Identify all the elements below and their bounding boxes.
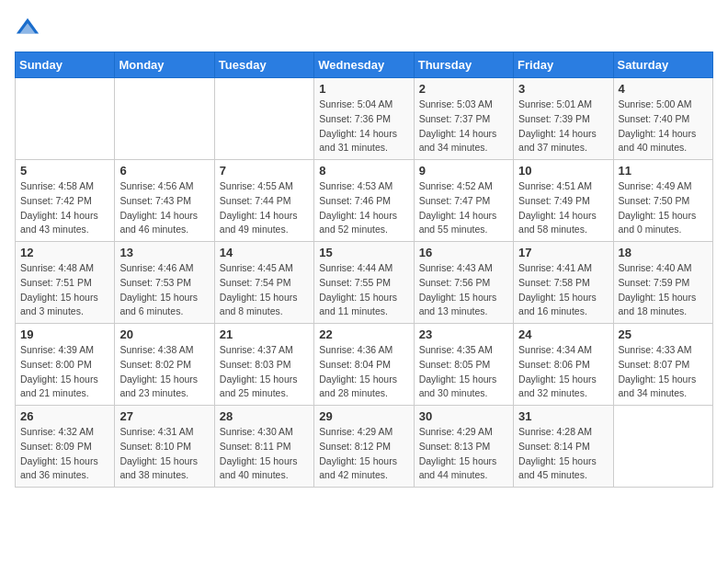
- day-cell: 6Sunrise: 4:56 AM Sunset: 7:43 PM Daylig…: [115, 160, 214, 242]
- day-cell: 2Sunrise: 5:03 AM Sunset: 7:37 PM Daylig…: [414, 78, 513, 160]
- day-info: Sunrise: 5:01 AM Sunset: 7:39 PM Dayligh…: [518, 98, 608, 155]
- day-info: Sunrise: 4:28 AM Sunset: 8:14 PM Dayligh…: [518, 425, 608, 483]
- day-number: 28: [220, 409, 309, 423]
- day-info: Sunrise: 4:44 AM Sunset: 7:55 PM Dayligh…: [319, 261, 408, 319]
- week-row-5: 26Sunrise: 4:32 AM Sunset: 8:09 PM Dayli…: [16, 406, 713, 488]
- day-cell: 8Sunrise: 4:53 AM Sunset: 7:46 PM Daylig…: [314, 160, 414, 242]
- day-info: Sunrise: 4:53 AM Sunset: 7:46 PM Dayligh…: [319, 179, 408, 237]
- day-number: 27: [119, 409, 209, 423]
- day-cell: [214, 78, 313, 160]
- day-info: Sunrise: 4:38 AM Sunset: 8:02 PM Dayligh…: [119, 343, 209, 401]
- day-cell: 25Sunrise: 4:33 AM Sunset: 8:07 PM Dayli…: [613, 324, 712, 406]
- day-number: 13: [119, 246, 209, 259]
- day-cell: 3Sunrise: 5:01 AM Sunset: 7:39 PM Daylig…: [514, 78, 613, 160]
- day-info: Sunrise: 5:04 AM Sunset: 7:36 PM Dayligh…: [319, 98, 408, 155]
- calendar-table: SundayMondayTuesdayWednesdayThursdayFrid…: [15, 52, 713, 488]
- day-cell: 29Sunrise: 4:29 AM Sunset: 8:12 PM Dayli…: [314, 406, 414, 488]
- day-number: 20: [119, 327, 209, 341]
- day-number: 29: [319, 409, 408, 423]
- day-number: 19: [20, 327, 109, 341]
- day-cell: 16Sunrise: 4:43 AM Sunset: 7:56 PM Dayli…: [414, 242, 513, 324]
- day-info: Sunrise: 4:55 AM Sunset: 7:44 PM Dayligh…: [220, 179, 309, 237]
- header-sunday: Sunday: [16, 52, 115, 78]
- day-number: 10: [518, 164, 608, 178]
- day-info: Sunrise: 4:46 AM Sunset: 7:53 PM Dayligh…: [119, 261, 209, 319]
- day-number: 14: [220, 246, 309, 259]
- day-info: Sunrise: 4:34 AM Sunset: 8:06 PM Dayligh…: [518, 343, 608, 401]
- day-cell: 20Sunrise: 4:38 AM Sunset: 8:02 PM Dayli…: [115, 324, 214, 406]
- day-number: 16: [419, 246, 508, 259]
- day-cell: [16, 78, 115, 160]
- page-header: [15, 15, 713, 40]
- day-info: Sunrise: 5:00 AM Sunset: 7:40 PM Dayligh…: [619, 98, 708, 155]
- calendar-header-row: SundayMondayTuesdayWednesdayThursdayFrid…: [16, 52, 713, 78]
- day-cell: 17Sunrise: 4:41 AM Sunset: 7:58 PM Dayli…: [514, 242, 613, 324]
- day-info: Sunrise: 4:48 AM Sunset: 7:51 PM Dayligh…: [20, 261, 109, 319]
- header-thursday: Thursday: [414, 52, 513, 78]
- day-info: Sunrise: 4:51 AM Sunset: 7:49 PM Dayligh…: [518, 179, 608, 237]
- day-number: 22: [319, 327, 408, 341]
- logo-icon: [15, 15, 40, 40]
- header-monday: Monday: [115, 52, 214, 78]
- day-info: Sunrise: 4:37 AM Sunset: 8:03 PM Dayligh…: [220, 343, 309, 401]
- day-cell: 31Sunrise: 4:28 AM Sunset: 8:14 PM Dayli…: [514, 406, 613, 488]
- day-number: 5: [20, 164, 109, 178]
- day-number: 31: [518, 409, 608, 423]
- day-number: 2: [419, 82, 508, 96]
- day-cell: 13Sunrise: 4:46 AM Sunset: 7:53 PM Dayli…: [115, 242, 214, 324]
- day-cell: 4Sunrise: 5:00 AM Sunset: 7:40 PM Daylig…: [613, 78, 712, 160]
- day-cell: 19Sunrise: 4:39 AM Sunset: 8:00 PM Dayli…: [16, 324, 115, 406]
- week-row-2: 5Sunrise: 4:58 AM Sunset: 7:42 PM Daylig…: [16, 160, 713, 242]
- day-cell: 5Sunrise: 4:58 AM Sunset: 7:42 PM Daylig…: [16, 160, 115, 242]
- header-friday: Friday: [514, 52, 613, 78]
- day-info: Sunrise: 4:39 AM Sunset: 8:00 PM Dayligh…: [20, 343, 109, 401]
- day-cell: 7Sunrise: 4:55 AM Sunset: 7:44 PM Daylig…: [214, 160, 313, 242]
- day-cell: 10Sunrise: 4:51 AM Sunset: 7:49 PM Dayli…: [514, 160, 613, 242]
- day-cell: 30Sunrise: 4:29 AM Sunset: 8:13 PM Dayli…: [414, 406, 513, 488]
- day-cell: 18Sunrise: 4:40 AM Sunset: 7:59 PM Dayli…: [613, 242, 712, 324]
- day-info: Sunrise: 4:31 AM Sunset: 8:10 PM Dayligh…: [119, 425, 209, 483]
- day-info: Sunrise: 4:58 AM Sunset: 7:42 PM Dayligh…: [20, 179, 109, 237]
- day-info: Sunrise: 4:40 AM Sunset: 7:59 PM Dayligh…: [619, 261, 708, 319]
- week-row-1: 1Sunrise: 5:04 AM Sunset: 7:36 PM Daylig…: [16, 78, 713, 160]
- day-cell: 24Sunrise: 4:34 AM Sunset: 8:06 PM Dayli…: [514, 324, 613, 406]
- day-number: 18: [619, 246, 708, 259]
- day-info: Sunrise: 4:32 AM Sunset: 8:09 PM Dayligh…: [20, 425, 109, 483]
- day-cell: [115, 78, 214, 160]
- day-info: Sunrise: 4:33 AM Sunset: 8:07 PM Dayligh…: [619, 343, 708, 401]
- day-number: 23: [419, 327, 508, 341]
- day-info: Sunrise: 4:29 AM Sunset: 8:12 PM Dayligh…: [319, 425, 408, 483]
- day-number: 30: [419, 409, 508, 423]
- day-number: 24: [518, 327, 608, 341]
- day-number: 12: [20, 246, 109, 259]
- day-number: 4: [619, 82, 708, 96]
- day-info: Sunrise: 4:49 AM Sunset: 7:50 PM Dayligh…: [619, 179, 708, 237]
- header-wednesday: Wednesday: [314, 52, 414, 78]
- day-info: Sunrise: 4:41 AM Sunset: 7:58 PM Dayligh…: [518, 261, 608, 319]
- header-saturday: Saturday: [613, 52, 712, 78]
- day-number: 3: [518, 82, 608, 96]
- logo: [15, 15, 44, 40]
- day-cell: 21Sunrise: 4:37 AM Sunset: 8:03 PM Dayli…: [214, 324, 313, 406]
- day-number: 15: [319, 246, 408, 259]
- day-number: 17: [518, 246, 608, 259]
- day-cell: [613, 406, 712, 488]
- week-row-4: 19Sunrise: 4:39 AM Sunset: 8:00 PM Dayli…: [16, 324, 713, 406]
- day-cell: 11Sunrise: 4:49 AM Sunset: 7:50 PM Dayli…: [613, 160, 712, 242]
- day-number: 7: [220, 164, 309, 178]
- day-cell: 22Sunrise: 4:36 AM Sunset: 8:04 PM Dayli…: [314, 324, 414, 406]
- day-cell: 9Sunrise: 4:52 AM Sunset: 7:47 PM Daylig…: [414, 160, 513, 242]
- day-info: Sunrise: 5:03 AM Sunset: 7:37 PM Dayligh…: [419, 98, 508, 155]
- day-number: 8: [319, 164, 408, 178]
- day-cell: 15Sunrise: 4:44 AM Sunset: 7:55 PM Dayli…: [314, 242, 414, 324]
- header-tuesday: Tuesday: [214, 52, 313, 78]
- day-info: Sunrise: 4:56 AM Sunset: 7:43 PM Dayligh…: [119, 179, 209, 237]
- day-number: 25: [619, 327, 708, 341]
- week-row-3: 12Sunrise: 4:48 AM Sunset: 7:51 PM Dayli…: [16, 242, 713, 324]
- day-number: 11: [619, 164, 708, 178]
- day-number: 26: [20, 409, 109, 423]
- day-cell: 27Sunrise: 4:31 AM Sunset: 8:10 PM Dayli…: [115, 406, 214, 488]
- day-info: Sunrise: 4:45 AM Sunset: 7:54 PM Dayligh…: [220, 261, 309, 319]
- day-info: Sunrise: 4:30 AM Sunset: 8:11 PM Dayligh…: [220, 425, 309, 483]
- day-cell: 23Sunrise: 4:35 AM Sunset: 8:05 PM Dayli…: [414, 324, 513, 406]
